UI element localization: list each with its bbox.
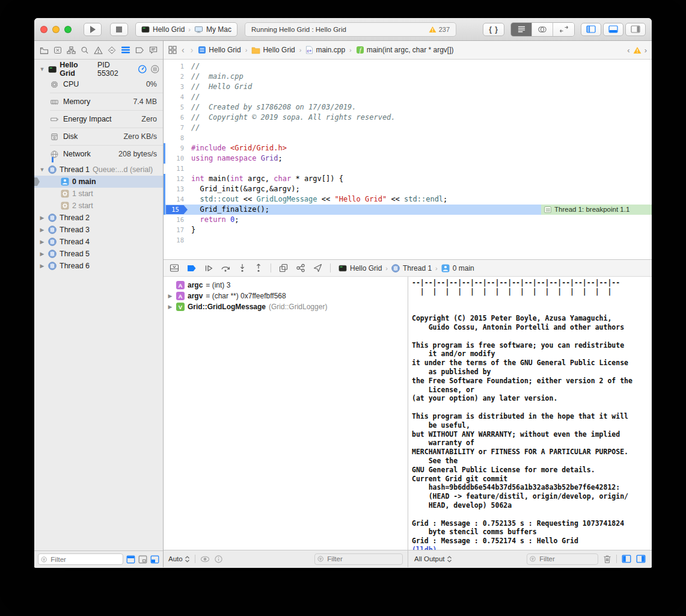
print-description-icon[interactable]	[215, 555, 222, 563]
standard-editor-button[interactable]	[511, 23, 532, 36]
activity-viewer[interactable]: Running Hello Grid : Hello Grid 237	[245, 22, 456, 37]
thread-row[interactable]: ▶Thread 3	[34, 224, 163, 236]
toggle-inspector-button[interactable]	[625, 23, 646, 36]
disclosure-open-icon[interactable]: ▼	[39, 167, 45, 173]
previous-issue-icon[interactable]: ‹	[627, 46, 629, 55]
console-output-dropdown[interactable]: All Output	[414, 555, 452, 562]
line-number[interactable]: 13	[164, 184, 191, 194]
line-number[interactable]: 7	[164, 123, 191, 133]
code-line[interactable]: 18	[164, 235, 652, 245]
variable-row[interactable]: ▶VGrid::GridLogMessage (Grid::GridLogger…	[164, 301, 408, 312]
disclosure-closed-icon[interactable]: ▶	[167, 293, 173, 299]
zoom-button[interactable]	[64, 26, 72, 33]
thread-row[interactable]: ▼Thread 1Queue:...d (serial)	[34, 164, 163, 176]
line-number[interactable]: 1	[164, 61, 191, 72]
warning-badge[interactable]: 237	[429, 26, 450, 33]
view-process-by-thread-icon[interactable]	[150, 64, 159, 74]
code-line[interactable]: 13 Grid_init(&argc,&argv);	[164, 184, 652, 194]
step-out-icon[interactable]	[254, 263, 263, 273]
code-line[interactable]: 6// Copyright © 2019 sopa. All rights re…	[164, 112, 652, 123]
show-stack-frames-icon[interactable]	[150, 555, 159, 564]
variables-view[interactable]: Aargc = (int) 3▶Aargv = (char **) 0x7ffe…	[164, 277, 408, 550]
console-filter-input[interactable]	[538, 555, 595, 563]
stack-frame-row[interactable]: 1 start	[34, 188, 163, 200]
source-editor[interactable]: 1//2// main.cpp3// Hello Grid4//5// Crea…	[164, 60, 652, 259]
code-line[interactable]: 11	[164, 164, 652, 174]
test-navigator-icon[interactable]	[108, 46, 116, 55]
issue-warning-icon[interactable]	[633, 46, 642, 54]
go-back-icon[interactable]: ‹	[180, 45, 186, 55]
variable-row[interactable]: ▶Aargv = (char **) 0x7ffeefbff568	[164, 291, 408, 301]
stack-frame-row[interactable]: 2 start	[34, 200, 163, 212]
toggle-debug-area-button[interactable]	[603, 23, 623, 36]
toggle-navigator-button[interactable]	[581, 23, 601, 36]
thread-row[interactable]: ▶Thread 4	[34, 236, 163, 248]
find-navigator-icon[interactable]	[81, 46, 89, 55]
report-navigator-icon[interactable]	[149, 46, 158, 54]
line-number[interactable]: 10	[164, 153, 191, 164]
disclosure-closed-icon[interactable]: ▶	[39, 227, 45, 233]
next-issue-icon[interactable]: ›	[645, 46, 647, 55]
line-number[interactable]: 6	[164, 112, 191, 123]
assistant-editor-button[interactable]	[532, 23, 553, 36]
gauge-row-energy-impact[interactable]: Energy ImpactZero	[50, 110, 163, 128]
go-forward-icon[interactable]: ›	[189, 45, 195, 55]
stop-button[interactable]	[110, 23, 128, 36]
variable-row[interactable]: Aargc = (int) 3	[164, 280, 408, 291]
thread-row[interactable]: ▶Thread 2	[34, 212, 163, 224]
console-output[interactable]: --|--|--|--|--|--|--|--|--|--|--|--|--|-…	[408, 277, 652, 550]
line-number[interactable]: 8	[164, 133, 191, 143]
console-filter-field[interactable]	[527, 553, 598, 565]
breakpoint-navigator-icon[interactable]	[135, 46, 144, 54]
step-over-icon[interactable]	[221, 264, 230, 273]
code-line[interactable]: 17}	[164, 225, 652, 235]
jumpbar-group-crumb[interactable]: Hello Grid	[251, 46, 295, 54]
code-line[interactable]: 5// Created by s1786208 on 17/03/2019.	[164, 102, 652, 112]
line-number[interactable]: 2	[164, 72, 191, 82]
code-line[interactable]: 9#include <Grid/Grid.h>	[164, 143, 652, 153]
code-line[interactable]: 4//	[164, 92, 652, 102]
related-items-icon[interactable]	[168, 46, 177, 54]
code-line[interactable]: 3// Hello Grid	[164, 82, 652, 92]
code-line[interactable]: 7//	[164, 123, 652, 133]
simulate-location-icon[interactable]	[313, 263, 322, 273]
process-row[interactable]: ▼ Hello Grid PID 55302	[34, 63, 163, 76]
source-control-navigator-icon[interactable]	[54, 46, 62, 55]
jumpbar-project-crumb[interactable]: Hello Grid	[198, 46, 240, 54]
show-running-blocks-icon[interactable]	[138, 555, 147, 564]
show-paused-only-icon[interactable]	[126, 555, 135, 564]
code-line[interactable]: 14 std::cout << GridLogMessage << "Hello…	[164, 194, 652, 205]
disclosure-closed-icon[interactable]: ▶	[39, 263, 45, 269]
disclosure-closed-icon[interactable]: ▶	[39, 251, 45, 257]
run-button[interactable]	[84, 23, 102, 36]
jumpbar-file-crumb[interactable]: c+ main.cpp	[305, 46, 345, 54]
toggle-variables-view-icon[interactable]	[622, 555, 631, 563]
line-number[interactable]: 14	[164, 194, 191, 205]
debug-crumb-frame[interactable]: 0 main	[453, 264, 474, 273]
issue-navigator-icon[interactable]	[94, 46, 103, 55]
memory-graph-icon[interactable]	[296, 263, 305, 273]
gauge-row-memory[interactable]: Memory7.4 MB	[50, 93, 163, 110]
gauge-row-network[interactable]: Network208 bytes/s	[50, 145, 163, 162]
continue-execution-icon[interactable]	[204, 264, 213, 273]
line-number[interactable]: 4	[164, 92, 191, 102]
clear-console-icon[interactable]	[603, 555, 611, 564]
line-number[interactable]: 3	[164, 82, 191, 92]
line-number[interactable]: 11	[164, 164, 191, 174]
variables-filter-field[interactable]	[314, 553, 403, 565]
variables-filter-input[interactable]	[326, 555, 400, 563]
thread-row[interactable]: ▶Thread 5	[34, 248, 163, 260]
code-line[interactable]: 10using namespace Grid;	[164, 153, 652, 164]
variables-scope-dropdown[interactable]: Auto	[168, 555, 190, 562]
view-hierarchy-icon[interactable]	[279, 263, 288, 273]
navigator-filter-input[interactable]	[49, 555, 120, 564]
version-editor-button[interactable]	[553, 23, 574, 36]
disclosure-closed-icon[interactable]: ▶	[39, 215, 45, 221]
scheme-selector[interactable]: Hello Grid › My Mac	[135, 22, 237, 37]
gauge-row-disk[interactable]: DiskZero KB/s	[50, 128, 163, 145]
line-number[interactable]: 18	[164, 235, 191, 245]
debug-crumb-process[interactable]: Hello Grid	[350, 264, 382, 273]
line-number[interactable]: 9	[164, 143, 191, 153]
code-line[interactable]: 2// main.cpp	[164, 72, 652, 82]
debug-navigator-icon[interactable]	[121, 46, 130, 54]
